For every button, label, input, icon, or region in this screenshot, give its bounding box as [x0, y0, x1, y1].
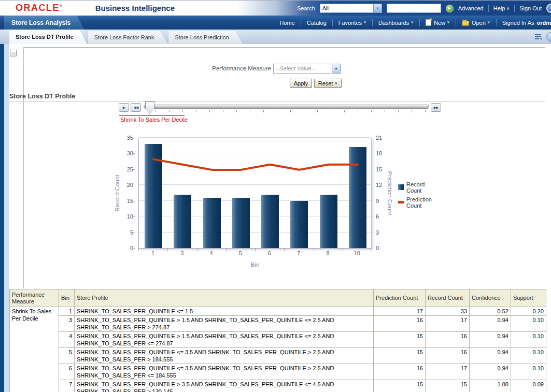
slider-track[interactable]	[144, 105, 429, 109]
cell-record: 17	[426, 316, 470, 332]
account-ball-icon	[546, 4, 551, 13]
performance-measure-dropdown[interactable]: --Select Value--	[273, 64, 331, 74]
chevron-down-icon: ∨	[487, 20, 490, 24]
performance-measure-label: Performance Measure	[197, 65, 271, 71]
col-confidence: Confidence	[470, 289, 511, 307]
advanced-link[interactable]: Advanced	[458, 5, 484, 11]
col-prediction-count: Prediction Count	[374, 289, 426, 307]
product-title: Business Intelligence	[95, 4, 175, 12]
y-tick-label: 0	[376, 245, 379, 252]
cell-prediction: 15	[374, 380, 426, 392]
cell-record: 15	[426, 380, 470, 392]
cell-profile: SHRINK_TO_SALES_PER_QUINTILE <= 3.5 AND …	[75, 348, 374, 364]
cell-confidence: 0.94	[470, 316, 511, 332]
nav-open[interactable]: Open∨	[456, 19, 496, 26]
y-tick-mark	[133, 138, 135, 138]
cell-profile: SHRINK_TO_SALES_PER_QUINTILE > 3.5 AND S…	[75, 380, 374, 392]
slider-tick	[263, 110, 264, 112]
help-ball-icon[interactable]	[546, 32, 551, 42]
section-title: Store Loss DT Profile	[9, 93, 75, 100]
nav-favorites[interactable]: Favorites∨	[333, 20, 372, 26]
cell-support: 0.10	[511, 316, 546, 332]
col-store-profile: Store Profile	[75, 289, 374, 307]
page-options-icon[interactable]	[534, 33, 543, 40]
slider-rewind-button[interactable]: ◀◀	[131, 103, 141, 112]
search-scope-select[interactable]: All ∨	[320, 4, 382, 13]
cell-prediction: 16	[374, 316, 426, 332]
help-menu[interactable]: Help∨	[493, 5, 510, 11]
new-document-icon	[426, 19, 431, 26]
y-axis-labels-left: 05101520253035	[117, 138, 135, 249]
cell-profile: SHRINK_TO_SALES_PER_QUINTILE > 1.5 AND S…	[75, 332, 374, 348]
sign-out-link[interactable]: Sign Out	[519, 5, 542, 11]
table-row: 6SHRINK_TO_SALES_PER_QUINTILE <= 3.5 AND…	[10, 364, 546, 380]
x-tick-label: 5	[226, 250, 255, 256]
cell-bin: 4	[59, 332, 75, 348]
chart-legend: Record Count Prediction Count	[398, 181, 434, 211]
panel-border-top	[23, 47, 545, 48]
prediction-count-line	[139, 138, 372, 249]
slider-tick	[277, 110, 277, 112]
nav-home[interactable]: Home	[274, 20, 301, 26]
tab-store-loss-dt-profile[interactable]: Store Loss DT Profile	[9, 30, 87, 44]
left-accent-strip	[0, 44, 4, 392]
apply-button[interactable]: Apply	[290, 79, 312, 88]
chevron-down-icon[interactable]: ∨	[373, 4, 382, 12]
cell-profile: SHRINK_TO_SALES_PER_QUINTILE <= 3.5 AND …	[75, 364, 374, 380]
search-go-icon[interactable]: ▶	[446, 5, 454, 12]
search-input[interactable]	[387, 4, 441, 13]
nav-dashboards[interactable]: Dashboards∨	[373, 20, 419, 26]
slider-tick	[196, 110, 196, 112]
slider-tick	[156, 110, 156, 112]
slider-tick	[358, 110, 358, 112]
tab-store-loss-factor-rank[interactable]: Store Loss Factor Rank	[88, 31, 168, 44]
nav-new[interactable]: New∨	[420, 19, 456, 26]
search-scope-value: All	[320, 5, 373, 11]
results-table: Performance Measure Bin Store Profile Pr…	[9, 289, 546, 392]
table-row: 5SHRINK_TO_SALES_PER_QUINTILE <= 3.5 AND…	[10, 348, 546, 364]
cell-support: 0.10	[511, 364, 546, 380]
dropdown-arrow-icon[interactable]: ▼	[332, 64, 341, 74]
y-tick-label: 0	[115, 245, 133, 252]
tab-store-loss-prediction[interactable]: Store Loss Prediction	[168, 31, 243, 44]
cell-record: 33	[426, 307, 470, 316]
slider-tick	[182, 110, 183, 112]
x-tick-mark	[197, 249, 197, 251]
cell-confidence: 1.00	[470, 380, 511, 392]
x-tick-mark	[284, 249, 285, 251]
slider-handle[interactable]	[145, 101, 154, 115]
page-tools	[534, 30, 551, 44]
y-tick-mark	[133, 201, 135, 201]
y-tick-mark	[133, 233, 135, 233]
reset-button[interactable]: Reset∨	[314, 79, 342, 88]
y-tick-label: 3	[376, 229, 379, 236]
slider-tick	[209, 110, 210, 112]
top-header-bar: ORACLE Business Intelligence Search All …	[0, 0, 551, 16]
x-tick-label: 3	[167, 250, 196, 256]
y-tick-label: 6	[376, 213, 379, 220]
slider-tick	[398, 110, 399, 112]
collapse-section-button[interactable]: −	[10, 50, 17, 56]
cell-confidence: 0.94	[470, 364, 511, 380]
page-tab-bar: Store Loss DT Profile Store Loss Factor …	[0, 30, 551, 44]
cell-prediction: 17	[374, 307, 426, 316]
cell-prediction: 15	[374, 348, 426, 364]
slider-fast-forward-button[interactable]: ▶▶	[431, 103, 441, 112]
nav-catalog[interactable]: Catalog	[301, 20, 332, 26]
slider-play-button[interactable]: ▶	[119, 103, 129, 112]
x-tick-label: 4	[197, 250, 226, 256]
slider-tick	[344, 110, 345, 112]
y-axis-title-right: Prediction Count	[387, 171, 393, 215]
separator	[488, 5, 489, 12]
global-nav: Home Catalog Favorites∨ Dashboards∨ New∨…	[274, 16, 551, 30]
legend-swatch-line	[398, 201, 404, 204]
dashboard-tab-store-loss-analysis[interactable]: Store Loss Analysis	[4, 16, 84, 30]
cell-bin: 1	[59, 307, 75, 316]
x-tick-label: 8	[314, 250, 343, 256]
x-tick-mark	[372, 249, 372, 251]
cell-prediction: 16	[374, 364, 426, 380]
cell-confidence: 0.94	[470, 348, 511, 364]
gridline	[139, 137, 371, 138]
slider-tick	[169, 110, 169, 112]
slider-tick	[290, 110, 291, 112]
